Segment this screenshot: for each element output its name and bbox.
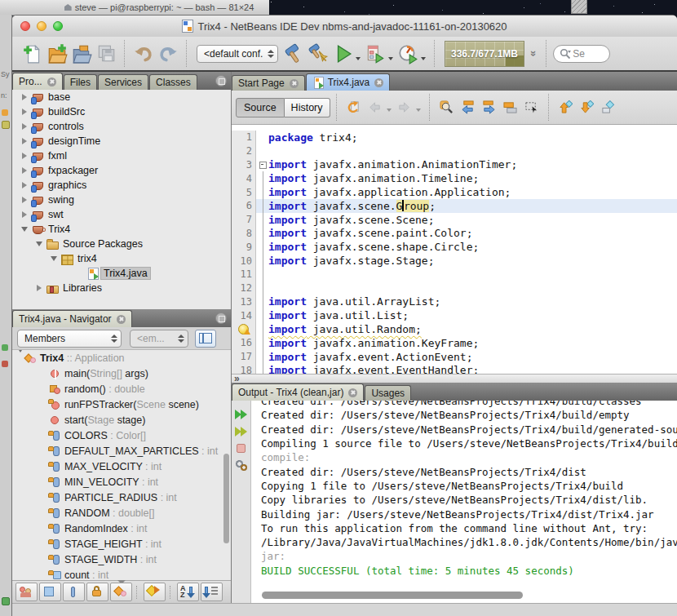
code-fold-margin[interactable] xyxy=(256,281,268,295)
close-tab-icon[interactable] xyxy=(117,315,126,324)
expand-arrow-icon[interactable] xyxy=(19,109,30,115)
line-number[interactable]: 8 xyxy=(232,227,256,241)
new-project-button[interactable] xyxy=(45,42,69,66)
navigator-member-row[interactable]: random() : double xyxy=(12,381,231,397)
filter-non-public-members-button[interactable] xyxy=(86,583,108,601)
navigator-scrollbar-thumb[interactable] xyxy=(223,454,229,543)
expand-arrow-icon[interactable] xyxy=(19,211,30,218)
navigator-member-row[interactable]: Trix4 :: Application xyxy=(12,350,231,366)
navigator-member-row[interactable]: count : int xyxy=(12,567,231,580)
explorer-tab[interactable]: Classes xyxy=(149,74,197,90)
code-fold-margin[interactable] xyxy=(256,158,268,172)
javadoc-view-button[interactable] xyxy=(195,330,216,348)
project-tree-row[interactable]: fxml xyxy=(12,148,231,163)
project-tree-row[interactable]: swing xyxy=(12,193,231,207)
expand-arrow-icon[interactable] xyxy=(17,352,24,364)
stop-build-button[interactable] xyxy=(235,443,248,454)
navigator-member-row[interactable]: STAGE_WIDTH : int xyxy=(12,552,231,567)
line-number[interactable]: 10 xyxy=(232,254,256,268)
project-tree-row[interactable]: swt xyxy=(12,207,231,222)
code-line[interactable]: 8 import javafx.scene.paint.Color; xyxy=(232,227,677,241)
ant-settings-button[interactable] xyxy=(235,460,248,472)
search-input[interactable] xyxy=(571,47,594,60)
build-project-button[interactable] xyxy=(281,42,306,66)
line-number[interactable] xyxy=(232,322,256,336)
run-project-button[interactable] xyxy=(330,42,355,66)
code-line[interactable]: 11 xyxy=(232,268,677,281)
navigator-member-row[interactable]: RandomIndex : int xyxy=(12,521,231,536)
navigator-member-row[interactable]: RANDOM : double[] xyxy=(12,505,231,521)
code-line[interactable]: 14 import java.util.List; xyxy=(232,308,677,322)
close-tab-icon[interactable] xyxy=(374,78,383,87)
navigator-member-row[interactable]: STAGE_HEIGHT : int xyxy=(12,536,231,552)
expand-arrow-icon[interactable] xyxy=(19,138,30,144)
code-line[interactable]: 4 import javafx.animation.Timeline; xyxy=(232,171,677,185)
sort-alphabetically-button[interactable]: AZ xyxy=(177,583,199,601)
line-number[interactable]: 12 xyxy=(232,281,256,295)
code-fold-margin[interactable] xyxy=(256,295,268,309)
project-tree-row[interactable]: Libraries xyxy=(12,281,231,295)
output-horizontal-scrollbar-thumb[interactable] xyxy=(262,592,523,599)
line-number[interactable]: 2 xyxy=(232,144,256,158)
rerun-build-button[interactable] xyxy=(235,409,248,420)
code-fold-margin[interactable] xyxy=(256,308,268,322)
project-tree-row[interactable]: Source Packages xyxy=(12,237,231,251)
toggle-highlight-search-button[interactable] xyxy=(500,97,521,118)
line-number[interactable]: 13 xyxy=(232,295,256,309)
project-tree-row[interactable]: base xyxy=(12,90,231,104)
line-number[interactable]: 7 xyxy=(232,213,256,227)
history-view-button[interactable]: History xyxy=(285,98,330,117)
project-tree-row[interactable]: Trix4.java xyxy=(12,266,231,281)
open-project-button[interactable] xyxy=(69,42,94,66)
code-fold-margin[interactable] xyxy=(256,171,268,185)
expand-arrow-icon[interactable] xyxy=(33,285,45,291)
filter-static-members-button[interactable] xyxy=(63,583,85,601)
maximize-panel-button[interactable] xyxy=(215,312,227,324)
expand-arrow-icon[interactable] xyxy=(19,123,30,130)
code-line[interactable]: 5 import javafx.application.Application; xyxy=(232,185,677,199)
line-number[interactable]: 11 xyxy=(232,268,256,281)
filter-inner-classes-button[interactable] xyxy=(110,583,132,601)
project-tree-row[interactable]: graphics xyxy=(12,178,231,193)
code-fold-margin[interactable] xyxy=(256,131,268,144)
code-fold-margin[interactable] xyxy=(256,227,268,241)
open-in-new-window-button[interactable] xyxy=(144,583,166,601)
maximize-panel-button[interactable] xyxy=(215,75,227,86)
project-tree-row[interactable]: controls xyxy=(12,119,231,134)
back-dropdown-caret[interactable] xyxy=(387,109,392,112)
find-next-occurrence-button[interactable] xyxy=(479,97,500,118)
navigator-member-row[interactable]: DEFAULT_MAX_PARTICLES : int xyxy=(12,443,231,459)
line-number[interactable]: 14 xyxy=(232,308,256,322)
editor-tab[interactable]: Trix4.java xyxy=(306,73,391,91)
navigator-member-row[interactable]: COLORS : Color[] xyxy=(12,428,231,443)
output-log[interactable]: Created dir: /Users/steve/NetBeansProjec… xyxy=(251,401,677,596)
code-line[interactable]: 2 xyxy=(232,144,677,158)
close-tab-icon[interactable] xyxy=(47,78,56,86)
code-fold-margin[interactable] xyxy=(256,322,268,336)
forward-button[interactable] xyxy=(394,97,415,118)
code-line[interactable]: 16 import javafx.animation.KeyFrame; xyxy=(232,336,677,350)
code-line[interactable]: 3 import javafx.animation.AnimationTimer… xyxy=(232,158,677,172)
toggle-bookmark-button[interactable] xyxy=(598,97,619,118)
members-view-dropdown[interactable]: Members xyxy=(17,330,122,348)
output-tab[interactable]: Usages xyxy=(365,385,411,401)
expand-arrow-icon[interactable] xyxy=(19,182,30,188)
code-editor[interactable]: 1 package trix4; 2 3 xyxy=(232,125,677,374)
expand-arrow-icon[interactable] xyxy=(19,227,30,232)
memory-usage-indicator[interactable]: 336.7/677.1MB xyxy=(445,41,524,67)
navigator-tab[interactable]: Trix4.java - Navigator xyxy=(12,310,132,327)
line-number[interactable]: 9 xyxy=(232,240,256,254)
line-number[interactable]: 17 xyxy=(232,350,256,364)
source-view-button[interactable]: Source xyxy=(236,98,285,117)
code-line[interactable]: 13 import java.util.ArrayList; xyxy=(232,295,677,309)
project-tree-row[interactable]: trix4 xyxy=(12,251,231,266)
project-tree-row[interactable]: buildSrc xyxy=(12,104,231,119)
code-line[interactable]: import java.util.Random; xyxy=(232,322,677,336)
filter-fields-button[interactable] xyxy=(39,583,61,601)
rerun-with-different-parameters-button[interactable] xyxy=(235,426,248,437)
code-line[interactable]: 17 import javafx.event.ActionEvent; xyxy=(232,350,677,364)
last-edit-location-button[interactable] xyxy=(343,97,365,118)
explorer-tab[interactable]: Pro... xyxy=(12,73,63,90)
code-line[interactable]: 10 import javafx.stage.Stage; xyxy=(232,254,677,268)
navigator-member-row[interactable]: MIN_VELOCITY : int xyxy=(12,474,231,490)
